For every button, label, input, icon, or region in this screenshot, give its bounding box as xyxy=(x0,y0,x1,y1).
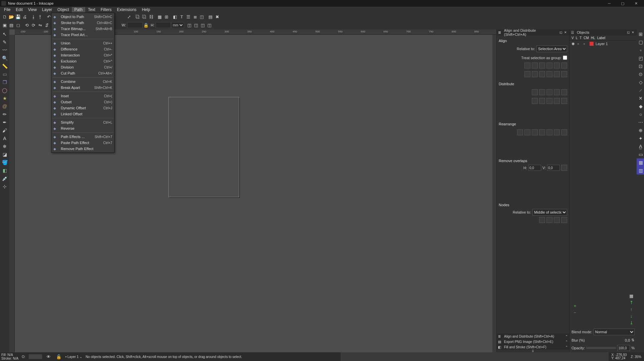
snap-text-baseline[interactable]: A̲ xyxy=(637,142,644,150)
collapsed-align[interactable]: ≣Align and Distribute (Shift+Ctrl+A)⌃ xyxy=(497,334,569,339)
menu-edit[interactable]: Edit xyxy=(13,7,25,12)
flip-v-icon[interactable]: ⇵ xyxy=(43,22,50,28)
deselect-icon[interactable]: ◻ xyxy=(15,22,21,28)
snap-path[interactable]: ⟋ xyxy=(637,86,644,94)
snap-guide[interactable]: ▥ xyxy=(637,166,644,174)
menu-item-simplify[interactable]: ◆SimplifyCtrl+L xyxy=(51,119,114,125)
opacity-input[interactable] xyxy=(617,345,630,351)
menu-help[interactable]: Help xyxy=(139,7,153,12)
rearrange-5[interactable] xyxy=(554,129,560,135)
tweak-tool[interactable]: 〰 xyxy=(1,46,9,54)
relative-to-select[interactable]: Selection Area xyxy=(536,45,567,52)
dist-h-4[interactable] xyxy=(561,89,567,95)
fill-stroke-icon[interactable]: ◧ xyxy=(172,13,178,20)
layer-visibility-icon[interactable]: 👁 xyxy=(45,353,52,360)
menu-item-union[interactable]: ◆UnionCtrl++ xyxy=(51,40,114,46)
ellipse-tool[interactable]: ◯ xyxy=(1,86,9,94)
snap-rotation-center[interactable]: ✦ xyxy=(637,134,644,142)
gradient-tool[interactable]: ◧ xyxy=(1,166,9,174)
menu-item-object-to-path[interactable]: ◆Object to PathShift+Ctrl+C xyxy=(51,14,114,20)
document-props-icon[interactable]: ▤ xyxy=(207,13,214,20)
new-icon[interactable]: 🗋 xyxy=(1,13,8,20)
lock-ratio-icon[interactable]: 🔒 xyxy=(143,22,149,28)
remove-layer-button[interactable]: − xyxy=(572,309,578,316)
menu-file[interactable]: File xyxy=(1,7,13,12)
text-icon[interactable]: T xyxy=(178,13,185,20)
print-icon[interactable]: 🖨 xyxy=(21,13,28,20)
maximize-button[interactable]: ▢ xyxy=(616,0,629,7)
dist-v-3[interactable] xyxy=(554,98,560,104)
type-toggle-icon[interactable]: ▫ xyxy=(584,42,588,46)
move-up-button[interactable]: ↑ xyxy=(628,306,635,313)
overlap-v-input[interactable] xyxy=(547,165,560,171)
align-h-5[interactable] xyxy=(561,63,567,69)
spiral-tool[interactable]: @ xyxy=(1,102,9,110)
menu-extensions[interactable]: Extensions xyxy=(114,7,139,12)
menu-filters[interactable]: Filters xyxy=(98,7,114,12)
layers-icon[interactable]: ☰ xyxy=(185,13,192,20)
lock-toggle-icon[interactable]: ▫ xyxy=(578,42,582,46)
rearrange-1[interactable] xyxy=(524,129,530,135)
ungroup-icon[interactable]: ⊞ xyxy=(163,13,170,20)
align-h-4[interactable] xyxy=(554,63,560,69)
group-icon[interactable]: ▦ xyxy=(156,13,163,20)
affect-gradient-icon[interactable]: ◫ xyxy=(199,22,206,28)
objects-close-button[interactable]: ✕ xyxy=(631,30,635,35)
dropper-tool[interactable]: 💉 xyxy=(1,174,9,183)
node-align-0[interactable] xyxy=(539,217,545,223)
rearrange-6[interactable] xyxy=(561,129,567,135)
open-icon[interactable]: 📂 xyxy=(8,13,15,20)
menu-item-stroke-to-path[interactable]: ◆Stroke to PathCtrl+Alt+C xyxy=(51,20,114,26)
node-align-1[interactable] xyxy=(546,217,552,223)
menu-item-reverse[interactable]: ◆Reverse xyxy=(51,125,114,131)
pencil-tool[interactable]: ✏ xyxy=(1,110,9,118)
move-bottom-button[interactable]: ⤓ xyxy=(628,319,635,326)
calligraphy-tool[interactable]: 🖌 xyxy=(1,126,9,134)
align-v-1[interactable] xyxy=(532,71,538,77)
menu-item-break-apart[interactable]: ◆Break ApartShift+Ctrl+K xyxy=(51,85,114,91)
snap-corner[interactable]: ◰ xyxy=(637,54,644,62)
snap-node[interactable]: ◇ xyxy=(637,78,644,86)
menu-view[interactable]: View xyxy=(25,7,39,12)
menu-item-trace-bitmap-[interactable]: ◆Trace Bitmap...Shift+Alt+B xyxy=(51,26,114,32)
menu-item-dynamic-offset[interactable]: ◆Dynamic OffsetCtrl+J xyxy=(51,105,114,111)
align-v-0[interactable] xyxy=(524,71,530,77)
menu-item-combine[interactable]: ◆CombineCtrl+K xyxy=(51,79,114,85)
overlap-h-input[interactable] xyxy=(528,165,541,171)
text-tool[interactable]: A xyxy=(1,134,9,142)
opacity-slider[interactable] xyxy=(586,347,616,349)
connector-tool[interactable]: ⊹ xyxy=(1,183,9,191)
eraser-tool[interactable]: ◪ xyxy=(1,150,9,158)
menu-item-inset[interactable]: ◆InsetCtrl+( xyxy=(51,93,114,99)
export-icon[interactable]: ⭱ xyxy=(37,13,43,20)
align-h-3[interactable] xyxy=(546,63,552,69)
vertical-scrollbar[interactable] xyxy=(492,35,496,352)
menu-item-path-effects-[interactable]: ◆Path Effects ...Shift+Ctrl+7 xyxy=(51,134,114,140)
select-layer-icon[interactable]: ▤ xyxy=(8,22,15,28)
unit-select[interactable]: mm xyxy=(171,22,184,28)
align-v-5[interactable] xyxy=(561,71,567,77)
blend-mode-select[interactable]: Normal xyxy=(594,329,635,335)
node-align-2[interactable] xyxy=(554,217,560,223)
node-align-3[interactable] xyxy=(561,217,567,223)
zoom-selection-icon[interactable]: ⤢ xyxy=(126,13,132,20)
collapsed-export[interactable]: ▤Export PNG Image (Shift+Ctrl+E)⌃ xyxy=(497,339,569,344)
menu-item-paste-path-effect[interactable]: ◆Paste Path EffectCtrl+7 xyxy=(51,140,114,146)
dist-v-0[interactable] xyxy=(532,98,538,104)
affect-stroke-icon[interactable]: ◫ xyxy=(186,22,193,28)
menu-layer[interactable]: Layer xyxy=(39,7,55,12)
spray-tool[interactable]: ❄ xyxy=(1,142,9,150)
menu-object[interactable]: Object xyxy=(55,7,72,12)
align-v-4[interactable] xyxy=(554,71,560,77)
star-tool[interactable]: ★ xyxy=(1,94,9,102)
rotate-ccw-icon[interactable]: ⟲ xyxy=(23,22,30,28)
affect-pattern-icon[interactable]: ◫ xyxy=(206,22,213,28)
rotate-cw-icon[interactable]: ⟳ xyxy=(30,22,37,28)
flip-h-icon[interactable]: ⇋ xyxy=(37,22,43,28)
layer-name[interactable]: Layer 1 xyxy=(596,42,635,46)
node-tool[interactable]: ✎ xyxy=(1,38,9,46)
menu-item-trace-pixel-art-[interactable]: ◆Trace Pixel Art... xyxy=(51,32,114,38)
vertical-ruler[interactable] xyxy=(9,35,15,352)
layer-lock-icon[interactable]: 🔓 xyxy=(55,353,62,360)
snap-bbox[interactable]: ▢ xyxy=(637,38,644,46)
